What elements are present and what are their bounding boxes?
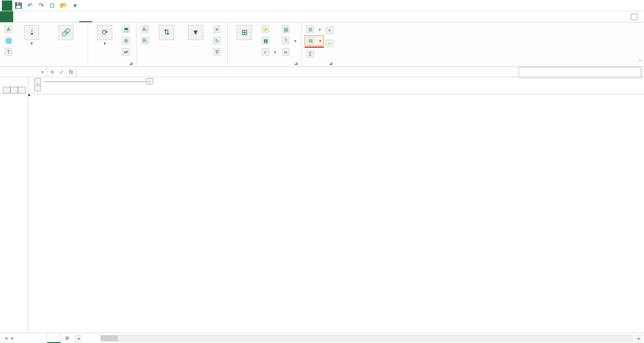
- tab-foxit[interactable]: [119, 11, 132, 22]
- horizontal-scrollbar[interactable]: ◂ ▸: [73, 333, 644, 343]
- properties-icon: ⚙: [122, 37, 130, 44]
- row-level-1[interactable]: [3, 87, 10, 93]
- collapse-ribbon-icon[interactable]: ˄: [639, 59, 641, 65]
- dialog-launcher-icon[interactable]: ◢: [329, 61, 332, 65]
- sign-in[interactable]: [622, 11, 644, 22]
- ribbon-tabs: [0, 11, 644, 23]
- connections-icon: ⬒: [122, 25, 130, 33]
- add-sheet-button[interactable]: ⊕: [61, 333, 73, 343]
- subtotal-icon: Σ: [306, 50, 314, 57]
- group-button[interactable]: ⊟: [305, 24, 324, 34]
- sort-asc-button[interactable]: A↓: [140, 24, 151, 34]
- advanced-filter-button[interactable]: ∇: [211, 47, 224, 57]
- sort-desc-icon: Я↓: [141, 37, 149, 44]
- flash-fill-button[interactable]: ⚡: [260, 24, 278, 34]
- group-label-sort-filter: [140, 65, 224, 66]
- tab-acrobat[interactable]: [145, 11, 158, 22]
- web-icon: 🌐: [5, 37, 12, 44]
- reapply-icon: ↻: [213, 37, 221, 44]
- tab-formulas[interactable]: [66, 11, 79, 22]
- quick-access-toolbar: 💾 ↶ ↷ 🗋 📂 ▾: [0, 0, 82, 11]
- dialog-launcher-icon[interactable]: ◢: [294, 61, 297, 65]
- sort-button[interactable]: ⇅: [153, 24, 180, 41]
- tab-view[interactable]: [106, 11, 119, 22]
- row-level-3[interactable]: [18, 87, 25, 93]
- dup-icon: ▦: [262, 37, 269, 44]
- tab-insert[interactable]: [40, 11, 53, 22]
- sheet-footer: ◂▸ ⊕ ◂ ▸: [0, 333, 644, 343]
- filter-button[interactable]: ▼: [182, 24, 209, 41]
- reapply-button[interactable]: ↻: [211, 35, 224, 46]
- group-label-outline: ◢: [305, 65, 333, 66]
- from-web-button[interactable]: 🌐: [3, 35, 16, 46]
- enter-formula-icon[interactable]: ✓: [59, 69, 64, 75]
- selection-outline: [28, 94, 30, 96]
- group-label-connections: ◢: [91, 65, 133, 66]
- col-collapse-button[interactable]: −: [147, 78, 153, 84]
- rel-icon: ∞: [282, 48, 289, 56]
- dialog-launcher-icon[interactable]: ◢: [129, 61, 132, 65]
- from-other-sources-button[interactable]: ⇣▾: [18, 24, 45, 46]
- tab-review[interactable]: [92, 11, 106, 22]
- subtotal-button[interactable]: Σ: [305, 49, 324, 59]
- ungroup-icon: ⊞: [307, 37, 314, 44]
- tab-data[interactable]: [79, 11, 92, 22]
- sort-icon: ⇅: [159, 25, 174, 40]
- text-to-columns-button[interactable]: ⊞: [231, 24, 258, 41]
- flash-icon: ⚡: [262, 25, 269, 33]
- cancel-formula-icon[interactable]: ✕: [50, 69, 55, 75]
- row-outline: [0, 94, 28, 333]
- ribbon: A 🌐 T ⇣▾ 🔗 ⟳▾ ⬒ ⚙ ⇄ ◢ A↓ Я↓ ⇅ ▼: [0, 23, 644, 67]
- remove-duplicates-button[interactable]: ▦: [260, 35, 278, 46]
- redo-icon[interactable]: ↷: [36, 0, 46, 11]
- ungroup-tooltip: [519, 67, 641, 77]
- spreadsheet[interactable]: [28, 94, 644, 333]
- excel-icon[interactable]: [2, 0, 12, 11]
- edit-links-button[interactable]: ⇄: [120, 47, 133, 57]
- clear-filter-button[interactable]: ✕: [211, 24, 224, 34]
- red-underline: [305, 47, 324, 48]
- clear-icon: ✕: [213, 25, 221, 33]
- show-detail-button[interactable]: +: [326, 25, 333, 35]
- sort-desc-button[interactable]: Я↓: [140, 35, 151, 46]
- col-level-2[interactable]: [34, 85, 41, 91]
- qat-new-icon[interactable]: 🗋: [47, 0, 58, 11]
- links-icon: ⇄: [122, 48, 130, 56]
- undo-icon[interactable]: ↶: [25, 0, 35, 11]
- fx-icon[interactable]: fx: [69, 69, 73, 75]
- connections-button[interactable]: ⬒: [120, 24, 133, 34]
- qat-open-icon[interactable]: 📂: [58, 0, 69, 11]
- row-outline-levels: [0, 77, 28, 94]
- save-icon[interactable]: 💾: [13, 0, 24, 11]
- relationships-button[interactable]: ∞: [280, 47, 298, 57]
- col-level-1[interactable]: [34, 78, 41, 84]
- consolidate-button[interactable]: ▤: [280, 24, 298, 34]
- hide-detail-button[interactable]: −: [326, 38, 333, 49]
- ungroup-button[interactable]: ⊞: [305, 35, 324, 46]
- sort-asc-icon: A↓: [141, 25, 149, 33]
- group-icon: ⊟: [306, 25, 314, 33]
- existing-connections-button[interactable]: 🔗: [47, 24, 85, 41]
- grid-area: [0, 94, 644, 333]
- from-access-button[interactable]: A: [3, 24, 16, 34]
- data-validation-button[interactable]: ✓: [260, 47, 278, 57]
- text-cols-icon: ⊞: [237, 25, 252, 40]
- sheet-tab-1[interactable]: [47, 333, 61, 343]
- avatar-icon: [631, 14, 637, 20]
- from-text-button[interactable]: T: [3, 47, 16, 57]
- qat-dropdown-icon[interactable]: ▾: [70, 0, 80, 11]
- name-box[interactable]: ▾: [0, 67, 47, 77]
- properties-button[interactable]: ⚙: [120, 35, 133, 46]
- tab-nitro[interactable]: [132, 11, 145, 22]
- what-if-button[interactable]: ?: [280, 35, 298, 46]
- column-outline-area: −: [0, 77, 644, 94]
- tab-menu[interactable]: [26, 11, 40, 22]
- tab-page-layout[interactable]: [53, 11, 66, 22]
- refresh-all-button[interactable]: ⟳▾: [91, 24, 118, 46]
- tab-file[interactable]: [0, 11, 13, 22]
- whatif-icon: ?: [282, 37, 289, 44]
- tab-pdfx[interactable]: [158, 11, 172, 22]
- row-level-2[interactable]: [10, 87, 18, 93]
- sheet-nav[interactable]: ◂▸: [0, 333, 47, 343]
- tab-home[interactable]: [13, 11, 26, 22]
